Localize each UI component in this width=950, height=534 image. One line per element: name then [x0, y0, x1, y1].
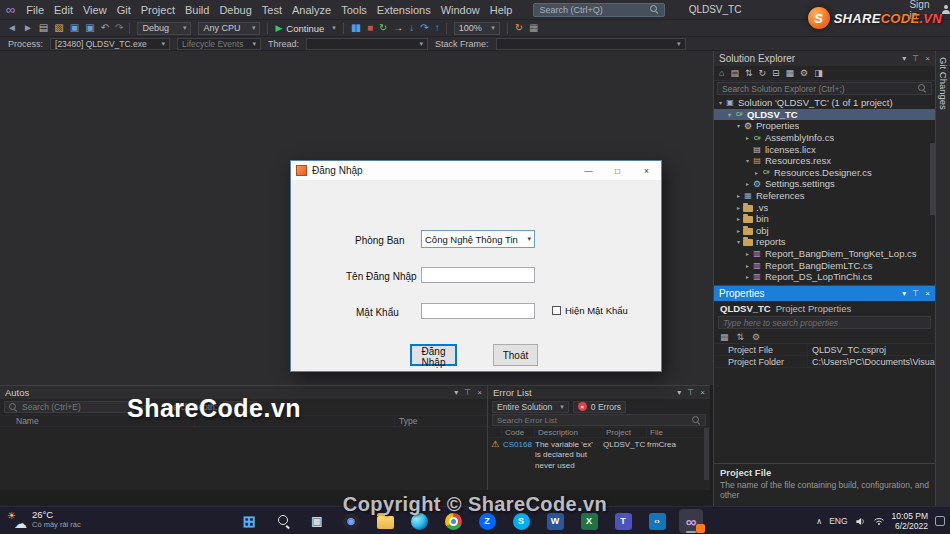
tree-item[interactable]: ▸ Report_BangDiem_TongKet_Lop.cs — [714, 248, 935, 260]
sync-icon[interactable]: ⇅ — [745, 68, 753, 78]
new-file-icon[interactable]: ▤ — [39, 23, 47, 33]
chevron-down-icon[interactable]: ▾ — [677, 388, 681, 397]
scope-dropdown[interactable]: Entire Solution ▾ — [492, 401, 569, 413]
property-pages-icon[interactable]: ⚙ — [752, 332, 760, 342]
menu-item[interactable]: Edit — [49, 4, 78, 16]
maximize-button[interactable]: □ — [603, 161, 632, 180]
taskbar-search-button[interactable] — [271, 509, 295, 533]
tree-item[interactable]: ▾ Resources.resx — [714, 155, 935, 167]
properties-icon[interactable]: ⚙ — [800, 68, 808, 78]
close-button[interactable]: × — [632, 161, 661, 180]
tree-item[interactable]: ▸ Report_DS_LopTinChi.cs — [714, 271, 935, 283]
refresh-icon[interactable]: ↻ — [759, 68, 767, 78]
solution-explorer-search-input[interactable]: Search Solution Explorer (Ctrl+;) — [717, 82, 932, 95]
property-row[interactable]: Project Folder C:\Users\PC\Documents\Vis… — [714, 356, 935, 368]
stack-frame-dropdown[interactable]: ▾ — [496, 38, 686, 50]
close-icon[interactable]: × — [925, 54, 930, 63]
expander-icon[interactable]: ▸ — [734, 215, 743, 222]
process-dropdown[interactable]: [23480] QLDSV_TC.exe ▾ — [50, 38, 170, 50]
tree-item[interactable]: ▸ Resources.Designer.cs — [714, 167, 935, 179]
property-value[interactable]: C:\Users\PC\Documents\Visual Stu — [808, 356, 935, 367]
tree-item[interactable]: ▸ References — [714, 190, 935, 202]
break-all-icon[interactable]: ▮▮ — [351, 23, 360, 33]
error-list-search-input[interactable]: Search Error List — [492, 414, 706, 426]
switch-views-icon[interactable]: ▤ — [730, 68, 739, 78]
close-icon[interactable]: × — [477, 388, 482, 397]
notifications-icon[interactable] — [935, 516, 945, 526]
tree-item[interactable]: ▾ Properties — [714, 120, 935, 132]
errors-filter-button[interactable]: × 0 Errors — [573, 401, 626, 413]
show-next-statement-icon[interactable]: → — [393, 23, 402, 33]
menu-item[interactable]: Debug — [214, 4, 256, 16]
close-icon[interactable]: × — [700, 388, 705, 397]
properties-search-input[interactable]: Type here to search properties — [718, 316, 931, 329]
git-changes-tab[interactable]: Git Changes — [938, 57, 949, 110]
visual-studio-icon[interactable]: ∞ — [679, 509, 703, 533]
login-button[interactable]: Đăng Nhập — [410, 344, 457, 366]
menu-item[interactable]: Git — [112, 4, 136, 16]
chevron-down-icon[interactable]: ▾ — [902, 54, 906, 63]
weather-widget[interactable]: 26°C Có mây rải rác — [7, 510, 81, 530]
menu-item[interactable]: Project — [136, 4, 180, 16]
dialog-titlebar[interactable]: Đăng Nhập — □ × — [291, 161, 661, 180]
tree-item[interactable]: ▾ reports — [714, 236, 935, 248]
forward-icon[interactable]: ► — [23, 23, 32, 33]
step-over-icon[interactable]: ↷ — [420, 23, 427, 33]
show-password-checkbox[interactable] — [552, 306, 561, 315]
menu-item[interactable]: Help — [485, 4, 518, 16]
menu-item[interactable]: Window — [436, 4, 485, 16]
error-code[interactable]: CS0168 — [502, 440, 535, 449]
back-icon[interactable]: ◄ — [7, 23, 16, 33]
tree-item[interactable]: ▸ bin — [714, 213, 935, 225]
language-indicator[interactable]: ENG — [829, 516, 847, 526]
menu-item[interactable]: Build — [180, 4, 214, 16]
configuration-dropdown[interactable]: Debug ▾ — [137, 22, 191, 35]
scrollbar-thumb[interactable] — [704, 428, 709, 480]
menu-item[interactable]: Extensions — [372, 4, 436, 16]
home-icon[interactable]: ⌂ — [719, 68, 724, 78]
password-input[interactable] — [421, 303, 535, 319]
redo-icon[interactable]: ↷ — [115, 23, 122, 33]
expander-icon[interactable]: ▾ — [734, 238, 743, 245]
tree-item[interactable]: ▾ QLDSV_TC — [714, 109, 935, 121]
save-icon[interactable]: ▣ — [70, 23, 78, 33]
show-all-files-icon[interactable]: ▦ — [786, 68, 795, 78]
volume-icon[interactable] — [855, 516, 866, 527]
pin-icon[interactable]: ⊤ — [464, 388, 471, 397]
username-input[interactable] — [421, 267, 535, 283]
expander-icon[interactable]: ▾ — [734, 122, 743, 129]
clock[interactable]: 10:05 PM 6/2/2022 — [892, 511, 928, 531]
close-icon[interactable]: × — [925, 289, 930, 298]
column-file[interactable]: File — [647, 428, 710, 437]
continue-button[interactable]: ▶ Continue ▾ — [275, 23, 335, 34]
start-button[interactable]: ⊞ — [237, 509, 261, 533]
open-file-icon[interactable]: ▧ — [54, 23, 62, 33]
solution-explorer-header[interactable]: Solution Explorer ▾ ⊤ × — [714, 51, 935, 66]
expander-icon[interactable]: ▸ — [734, 204, 743, 211]
collapse-all-icon[interactable]: ⊟ — [772, 68, 780, 78]
platform-dropdown[interactable]: Any CPU ▾ — [198, 22, 260, 35]
expander-icon[interactable]: ▸ — [743, 250, 752, 257]
vscode-icon[interactable]: ‹› — [645, 509, 669, 533]
alphabetical-icon[interactable]: ⇅ — [737, 332, 745, 342]
pin-icon[interactable]: ⊤ — [687, 388, 694, 397]
zoom-dropdown[interactable]: 100% ▾ — [454, 22, 500, 35]
tree-item[interactable]: ▸ Report_BangDiemLTC.cs — [714, 259, 935, 271]
expander-icon[interactable]: ▸ — [743, 273, 752, 280]
column-code[interactable]: Code — [502, 428, 535, 437]
hot-reload-icon[interactable]: ↻ — [515, 23, 522, 33]
column-severity[interactable] — [488, 428, 502, 437]
chevron-down-icon[interactable]: ▾ — [527, 235, 531, 243]
error-list-header[interactable]: Error List ▾ ⊤ × — [488, 386, 710, 399]
pin-icon[interactable]: ⊤ — [912, 54, 919, 63]
menu-item[interactable]: Analyze — [287, 4, 336, 16]
lifecycle-events-dropdown[interactable]: Lifecycle Events ▾ — [177, 38, 261, 50]
expander-icon[interactable]: ▾ — [716, 99, 725, 106]
expander-icon[interactable]: ▸ — [734, 227, 743, 234]
tree-item[interactable]: ▸ .vs — [714, 201, 935, 213]
autos-search-input[interactable]: Search (Ctrl+E) — [4, 401, 134, 413]
save-all-icon[interactable]: ▣ — [85, 23, 93, 33]
expander-icon[interactable]: ▸ — [743, 134, 752, 141]
expander-icon[interactable]: ▾ — [743, 157, 752, 164]
options-icon[interactable]: ▦ — [529, 23, 537, 33]
